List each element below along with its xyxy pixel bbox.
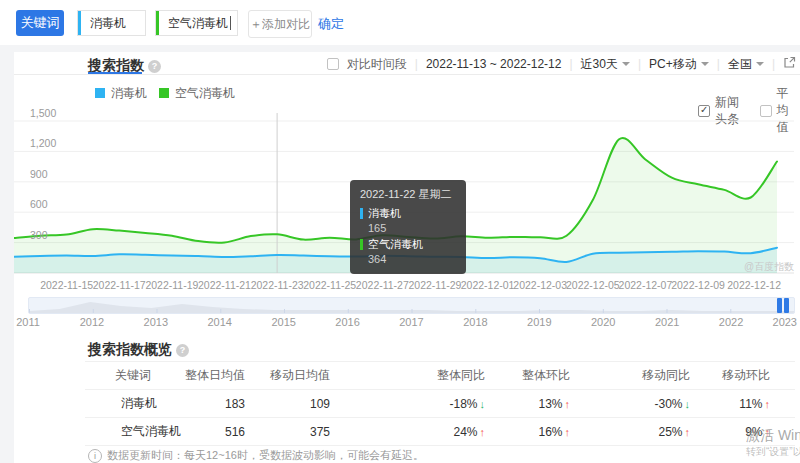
keyword-value: 空气消毒机 (159, 15, 228, 32)
device-select[interactable]: PC+移动 (649, 56, 709, 73)
overview-table: 关键词 整体日均值 移动日均值 整体同比 整体环比 移动同比 移动环比 消毒机 … (85, 361, 795, 446)
date-range[interactable]: 2022-11-13 ~ 2022-12-12 (426, 57, 562, 71)
table-row[interactable]: 空气消毒机 516 375 24%↑ 16%↑ 25%↑ 9%↑ (85, 418, 795, 446)
time-range-slider[interactable] (28, 297, 795, 314)
range-select[interactable]: 近30天 (581, 56, 630, 73)
keyword-button[interactable]: 关键词 (16, 10, 64, 36)
baidu-index-watermark: @百度指数 (744, 260, 794, 274)
tooltip-series-value: 364 (368, 253, 456, 265)
table-header-row: 关键词 整体日均值 移动日均值 整体同比 整体环比 移动同比 移动环比 (85, 362, 795, 390)
overview-title: 搜索指数概览 ? (88, 341, 189, 359)
table-row[interactable]: 消毒机 183 109 -18%↓ 13%↑ -30%↓ 11%↑ (85, 390, 795, 418)
change-cell: 13%↑ (485, 397, 570, 411)
tooltip-series-value: 165 (368, 222, 456, 234)
chevron-down-icon (756, 62, 764, 66)
chart-tooltip: 2022-11-22 星期二 消毒机 165 空气消毒机 364 (350, 180, 466, 274)
legend-item[interactable]: 空气消毒机 (159, 85, 235, 102)
slider-handle-right[interactable] (784, 298, 789, 313)
baidu-index-page: 关键词 消毒机 空气消毒机 ＋添加对比 确定 搜索指数 ? 对比时间段 | 20… (0, 0, 800, 463)
text-cursor (230, 16, 231, 30)
data-update-note: i 数据更新时间：每天12~16时，受数据波动影响，可能会有延迟。 (88, 448, 424, 463)
keyword-value: 消毒机 (81, 15, 126, 32)
help-icon[interactable]: ? (176, 344, 189, 357)
tooltip-series-name: 空气消毒机 (360, 237, 456, 252)
keyword-topbar: 关键词 消毒机 空气消毒机 ＋添加对比 确定 (0, 0, 800, 45)
change-cell: 16%↑ (485, 425, 570, 439)
keyword-input-2[interactable]: 空气消毒机 (155, 10, 238, 36)
compare-period-checkbox[interactable] (327, 58, 339, 70)
legend-item[interactable]: 消毒机 (95, 85, 147, 102)
region-select[interactable]: 全国 (728, 56, 764, 73)
change-cell: 25%↑ (570, 425, 690, 439)
change-cell: -30%↓ (570, 397, 690, 411)
windows-activation-watermark-sub: 转到“设置”以激活 Windows。 (746, 445, 800, 459)
slider-handle-left[interactable] (777, 298, 782, 313)
compare-period-label: 对比时间段 (347, 56, 407, 73)
chart-legend: 消毒机 空气消毒机 (95, 85, 235, 102)
tooltip-date: 2022-11-22 星期二 (360, 187, 456, 202)
add-compare-button[interactable]: ＋添加对比 (248, 10, 312, 38)
legend-swatch (95, 88, 105, 98)
divider (14, 74, 800, 75)
change-cell: -18%↓ (330, 397, 485, 411)
confirm-link[interactable]: 确定 (318, 15, 344, 33)
info-icon: i (88, 449, 102, 463)
help-icon[interactable]: ? (148, 60, 161, 73)
export-icon[interactable] (783, 56, 796, 72)
legend-swatch (159, 88, 169, 98)
windows-activation-watermark: 激活 Windows (746, 427, 800, 445)
chevron-down-icon (622, 62, 630, 66)
change-cell: 24%↑ (330, 425, 485, 439)
tooltip-series-name: 消毒机 (360, 206, 456, 221)
chevron-down-icon (701, 62, 709, 66)
keyword-input-1[interactable]: 消毒机 (77, 10, 146, 36)
chart-controls: 对比时间段 | 2022-11-13 ~ 2022-12-12 | 近30天 |… (420, 56, 796, 72)
change-cell: 11%↑ (690, 397, 770, 411)
